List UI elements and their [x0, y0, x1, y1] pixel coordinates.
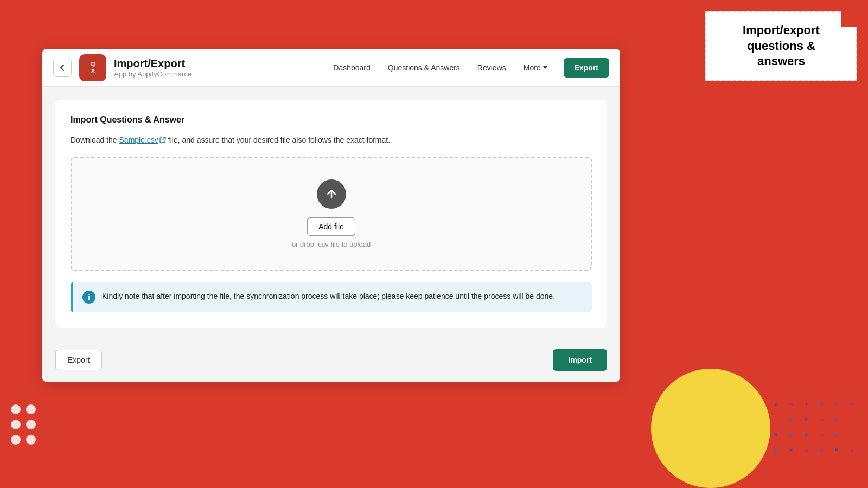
app-subtitle: App by AppifyCommarce — [114, 70, 326, 78]
sample-description: Download the Sample.csv file, and assure… — [71, 134, 592, 146]
nav-questions-answers[interactable]: Questions & Answers — [380, 59, 468, 76]
tooltip-import-export: Import/export questions & answers — [705, 11, 857, 81]
app-window: Q A Import/Export App by AppifyCommarce … — [42, 49, 620, 382]
app-footer: Export Import — [42, 338, 620, 382]
drop-hint: or drop .csv file to upload — [292, 240, 371, 248]
info-icon: i — [82, 291, 95, 304]
header-export-button[interactable]: Export — [564, 58, 609, 78]
decorative-dots-left — [11, 404, 36, 445]
nav-dashboard[interactable]: Dashboard — [326, 59, 378, 76]
sample-csv-link[interactable]: Sample.csv — [119, 136, 158, 144]
add-file-button[interactable]: Add file — [307, 217, 355, 236]
decorative-dots-right: • ○ + ● ○ ○ ○ ● × ○ ● ○ × ● × ○ ● ○ ● × … — [770, 399, 857, 455]
nav-reviews[interactable]: Reviews — [470, 59, 514, 76]
decorative-yellow-circle — [651, 369, 770, 488]
app-title: Import/Export — [114, 57, 326, 70]
chevron-down-icon — [543, 66, 547, 69]
app-logo: Q A — [79, 54, 106, 81]
section-title: Import Questions & Answer — [71, 115, 592, 125]
back-button[interactable] — [53, 59, 72, 77]
upload-icon — [317, 179, 346, 209]
footer-export-button[interactable]: Export — [55, 350, 102, 370]
nav-more[interactable]: More — [516, 59, 555, 76]
import-button[interactable]: Import — [553, 349, 607, 371]
file-upload-area[interactable]: Add file or drop .csv file to upload — [71, 157, 592, 271]
external-link-icon — [159, 137, 166, 143]
app-title-block: Import/Export App by AppifyCommarce — [114, 57, 326, 78]
info-message-box: i Kindly note that after importing the f… — [71, 282, 592, 312]
app-header: Q A Import/Export App by AppifyCommarce … — [42, 49, 620, 87]
info-text: Kindly note that after importing the fil… — [102, 291, 555, 302]
nav-links: Dashboard Questions & Answers Reviews Mo… — [326, 59, 554, 76]
import-card: Import Questions & Answer Download the S… — [55, 100, 607, 328]
app-content: Import Questions & Answer Download the S… — [42, 87, 620, 328]
